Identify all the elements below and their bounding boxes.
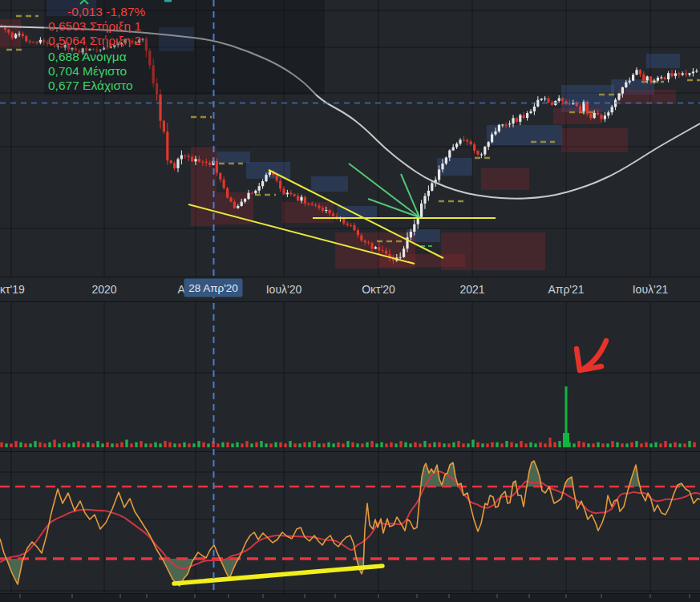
- legend-support2-line: 0,5064 Στήριξη 2: [48, 34, 141, 47]
- trading-chart-window: -0,013 -1,87% 0,6503 Στήριξη 1 0,5064 Στ…: [0, 0, 700, 602]
- axis-label-2020: 2020: [91, 283, 116, 296]
- legend-high-line: 0,704 Μέγιστο: [48, 64, 127, 78]
- legend-change-line: -0,013 -1,87%: [67, 5, 146, 18]
- legend-low-line: 0,677 Ελάχιστο: [48, 79, 133, 92]
- legend-open-line: 0,688 Άνοιγμα: [48, 50, 127, 63]
- axis-label-ioul21: Ιουλ'21: [633, 283, 669, 296]
- crosshair-date-label: 28 Απρ'20: [184, 279, 243, 297]
- crosshair-date-text: 28 Απρ'20: [188, 282, 238, 294]
- legend-support1-line: 0,6503 Στήριξη 1: [48, 19, 141, 33]
- axis-label-2021: 2021: [459, 283, 484, 296]
- axis-label-okt20: Οκτ'20: [362, 283, 395, 296]
- bottom-axis-strip[interactable]: [0, 594, 700, 602]
- axis-label-apr21: Απρ'21: [548, 283, 584, 296]
- axis-label-okt19: Οκτ'19: [0, 283, 25, 296]
- chart-canvas[interactable]: -0,013 -1,87% 0,6503 Στήριξη 1 0,5064 Στ…: [0, 0, 700, 602]
- axis-label-ioul20: Ιουλ'20: [266, 283, 302, 296]
